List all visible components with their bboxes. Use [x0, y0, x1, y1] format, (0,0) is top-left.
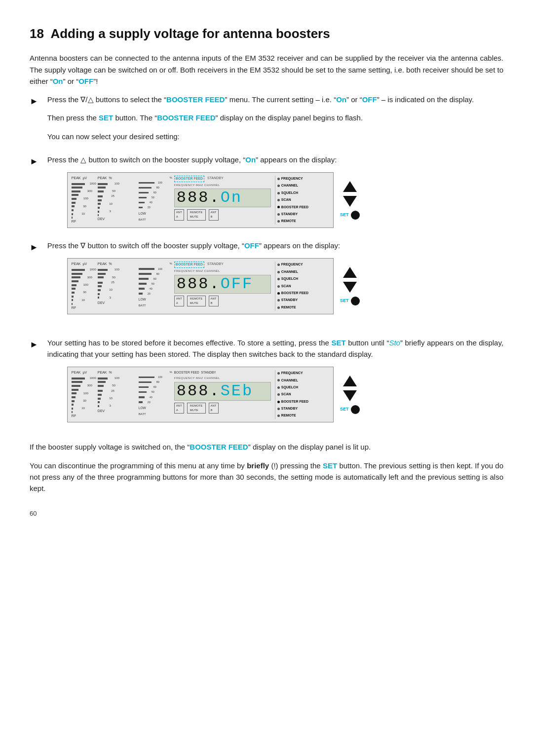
- bullet-1-then: Then press the SET button. The “BOOSTER …: [47, 112, 503, 123]
- mid-bottom-1: LOW: [139, 211, 172, 216]
- off-ref-2: OFF: [244, 241, 259, 250]
- bullet-1-text: Press the ∇/△ buttons to select the “BOO…: [47, 94, 503, 105]
- menu-channel-1: CHANNEL: [277, 183, 329, 189]
- peak-pct-label-2: PEAK %: [98, 262, 122, 267]
- menu-remote-2: REMOTE: [277, 305, 329, 310]
- booster-feed-display-1: BOOSTER FEED: [174, 176, 204, 182]
- bullet-1: ► Press the ∇/△ buttons to select the “B…: [30, 94, 503, 149]
- menu-frequency-3: FREQUENCY: [277, 371, 329, 376]
- booster-feed-ref-3: BOOSTER FEED: [190, 443, 248, 451]
- set-button-row-3: SET: [340, 405, 360, 414]
- peak-pct-bars: 100 50 25 10 3: [98, 182, 122, 216]
- menu-channel-3: CHANNEL: [277, 378, 329, 383]
- down-button-3[interactable]: [343, 390, 357, 401]
- page-number: 60: [30, 509, 503, 519]
- panel-2: PEAK µV 1000 300 100 30 10: [67, 258, 334, 314]
- up-button-2[interactable]: [343, 267, 357, 278]
- peak-uv-bars-3: 1000 300 100 30 10: [72, 376, 96, 413]
- bullet-4-content: Your setting has to be stored before it …: [47, 337, 503, 430]
- page-heading: 18 Adding a supply voltage for antenna b…: [30, 24, 503, 43]
- panel-3: PEAK µV 1000 300 100 30 10: [67, 367, 334, 422]
- panel-menu-1: FREQUENCY CHANNEL SQUELCH SCAN BOOSTER F…: [275, 176, 329, 225]
- off-ref-1: OFF: [362, 95, 377, 104]
- mid-top-2: %: [139, 262, 172, 266]
- menu-squelch-1: SQUELCH: [277, 190, 329, 196]
- heading-text: Adding a supply voltage for antenna boos…: [50, 26, 330, 41]
- dev-label-2: DEV: [98, 301, 122, 306]
- bullet-2: ► Press the △ button to switch on the bo…: [30, 154, 503, 235]
- set-circle-2[interactable]: [351, 297, 360, 305]
- mid-bars-1: 100 80 60 50 40 20: [139, 181, 172, 210]
- set-circle-3[interactable]: [351, 405, 360, 414]
- up-button-3[interactable]: [343, 376, 357, 386]
- panel-controls-2: SET: [338, 265, 362, 307]
- bullet-arrow-3: ►: [30, 241, 38, 255]
- menu-dot-1: [277, 178, 280, 180]
- dev-label-3: DEV: [98, 409, 122, 414]
- low-label-2: LOW: [139, 297, 146, 302]
- on-ref-2: On: [245, 155, 256, 164]
- menu-dot-2: [277, 185, 280, 187]
- up-button-1[interactable]: [343, 181, 357, 192]
- bullet-3: ► Press the ∇ button to switch off the b…: [30, 240, 503, 321]
- booster-para: If the booster supply voltage is switche…: [30, 441, 503, 453]
- panel-1: PEAK µV 1000 300 100 30 10: [67, 172, 334, 228]
- ant-a-2: ANTA: [174, 296, 184, 307]
- main-display-2: 888.OFF: [174, 275, 271, 294]
- batt-label-1: BATT: [139, 218, 172, 222]
- off-text: OFF: [78, 77, 93, 85]
- set-label-3: SET: [340, 406, 349, 413]
- remote-3: REMOTEMUTE: [187, 403, 206, 414]
- set-circle-1[interactable]: [351, 211, 360, 220]
- menu-dot-4: [277, 199, 280, 201]
- display-bottom-2: ANTA REMOTEMUTE ANTB: [174, 296, 271, 307]
- ant-a-3: ANTA: [174, 403, 184, 414]
- off-display: OFF: [221, 275, 254, 293]
- panel-mid-3: % 100 80 60 50 40 20 LOW BATT: [138, 370, 172, 419]
- menu-dot-6: [277, 213, 280, 216]
- rf-label-1: RF: [72, 219, 96, 225]
- main-display-1: 888.On: [174, 189, 271, 207]
- menu-squelch-2: SQUELCH: [277, 276, 329, 282]
- mid-bottom-3: LOW: [139, 406, 172, 411]
- booster-feed-ref-1: BOOSTER FEED: [166, 95, 225, 104]
- down-button-1[interactable]: [343, 196, 357, 207]
- menu-dot-11: [277, 285, 280, 288]
- menu-booster-3: BOOSTER FEED: [277, 399, 329, 405]
- panel-mid-2: % 100 80 60 50 40 20 LOW BATT: [138, 262, 172, 310]
- booster-feed-ref-2: BOOSTER FEED: [157, 113, 215, 122]
- batt-label-3: BATT: [139, 412, 172, 416]
- peak-uv-bars-2: 1000 300 100 30 10: [72, 267, 96, 304]
- menu-dot-18: [277, 393, 280, 396]
- menu-dot-16: [277, 379, 280, 381]
- display-top-3: BOOSTER FEED STANDBY: [174, 370, 271, 375]
- batt-label-2: BATT: [139, 303, 172, 308]
- menu-scan-1: SCAN: [277, 197, 329, 203]
- menu-dot-15: [277, 372, 280, 375]
- menu-booster-2: BOOSTER FEED: [277, 291, 329, 296]
- section-number: 18: [30, 26, 44, 41]
- menu-frequency-1: FREQUENCY: [277, 176, 329, 182]
- peak-pct-bars-2: 100 50 25 10 3: [98, 267, 122, 300]
- on-display: On: [221, 189, 242, 207]
- menu-dot-8: [277, 264, 280, 266]
- freq-label-display-2: FREQUENCY MHZ CHANNEL: [174, 269, 271, 273]
- menu-dot-14: [277, 306, 280, 309]
- standby-display-1: STANDBY: [207, 176, 224, 182]
- set-label-1: SET: [340, 212, 349, 219]
- mid-bars-2: 100 80 60 50 40 20: [139, 267, 172, 296]
- menu-dot-10: [277, 278, 280, 280]
- down-button-2[interactable]: [343, 282, 357, 293]
- peak-pct-bars-3: 100 50 25 10 3: [98, 376, 122, 408]
- menu-dot-17: [277, 386, 280, 389]
- peak-uv-bars: 1000 300 100 30 10: [72, 182, 96, 219]
- peak-uv-col: PEAK µV 1000 300 100 30 10: [72, 176, 96, 225]
- rf-label-2: RF: [72, 305, 96, 311]
- mid-top-3: %: [139, 370, 172, 375]
- menu-dot-12: [277, 292, 280, 295]
- peak-uv-label-3: PEAK µV: [72, 370, 96, 376]
- bullet-4: ► Your setting has to be stored before i…: [30, 337, 503, 430]
- freq-label-display-1: FREQUENCY MHZ CHANNEL: [174, 183, 271, 188]
- main-display-3: 888.SEb: [174, 382, 271, 401]
- bullet-2-content: Press the △ button to switch on the boos…: [47, 154, 503, 235]
